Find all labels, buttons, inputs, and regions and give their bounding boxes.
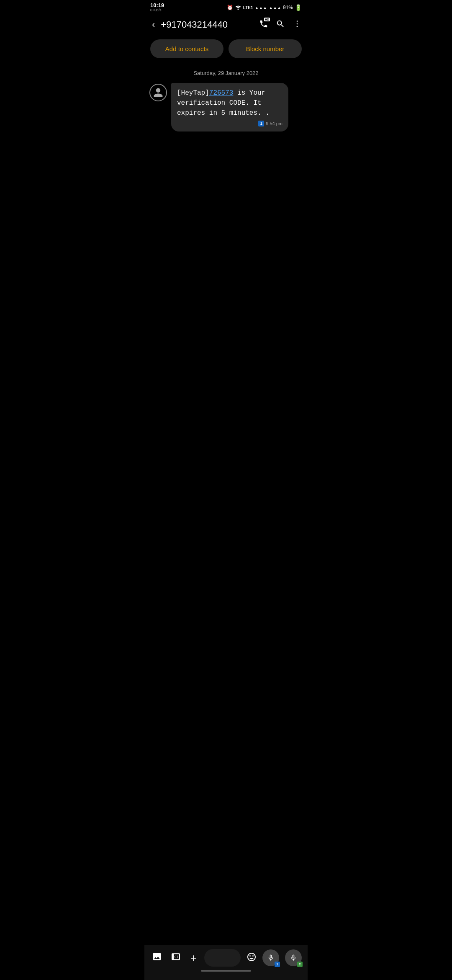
hd-badge: HD (264, 18, 270, 21)
message-area: [HeyTap]726573 is Your verification CODE… (144, 83, 308, 132)
sim-badge: 1 (258, 121, 264, 126)
signal1-icon: ▲▲▲ (255, 5, 267, 10)
battery-text: 91% (283, 5, 293, 10)
message-bubble: [HeyTap]726573 is Your verification CODE… (171, 83, 288, 132)
sender-avatar (149, 84, 167, 101)
svg-point-1 (297, 23, 298, 24)
wifi-icon (235, 5, 241, 11)
lte-icon: LTE1 (243, 5, 253, 10)
message-time: 9:54 pm (266, 121, 282, 126)
search-button[interactable] (276, 19, 285, 31)
more-options-button[interactable] (293, 19, 302, 31)
message-text: [HeyTap]726573 is Your verification CODE… (177, 88, 282, 118)
verification-code[interactable]: 726573 (209, 89, 234, 97)
block-number-button[interactable]: Block number (229, 39, 302, 58)
status-right: ⏰ LTE1 ▲▲▲ ▲▲▲ 91% 🔋 (227, 4, 302, 11)
page-title: +917043214440 (161, 19, 255, 30)
message-meta: 1 9:54 pm (177, 121, 282, 126)
add-to-contacts-button[interactable]: Add to contacts (150, 39, 223, 58)
action-buttons: Add to contacts Block number (144, 35, 308, 64)
header-actions: HD (259, 19, 302, 31)
status-left: 10:19 0 KB/s (150, 3, 164, 13)
alarm-icon: ⏰ (227, 5, 233, 10)
status-time: 10:19 (150, 3, 164, 8)
svg-point-2 (297, 26, 298, 27)
person-icon (153, 87, 164, 98)
back-button[interactable]: ‹ (150, 18, 157, 32)
signal2-icon: ▲▲▲ (269, 5, 281, 10)
status-bar: 10:19 0 KB/s ⏰ LTE1 ▲▲▲ ▲▲▲ 91% 🔋 (144, 0, 308, 14)
svg-point-0 (297, 21, 298, 22)
header: ‹ +917043214440 HD (144, 14, 308, 35)
message-row: [HeyTap]726573 is Your verification CODE… (149, 83, 303, 132)
battery-icon: 🔋 (295, 4, 302, 11)
message-prefix: [HeyTap] (177, 89, 209, 97)
call-button[interactable]: HD (259, 19, 268, 31)
date-separator: Saturday, 29 January 2022 (144, 64, 308, 83)
status-kb: 0 KB/s (150, 8, 164, 13)
